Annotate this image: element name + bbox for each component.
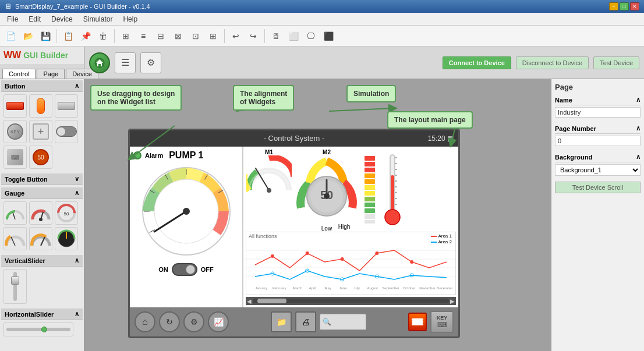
toolbar-monitor1[interactable]: 🖥 xyxy=(268,28,284,44)
svg-rect-33 xyxy=(365,162,375,166)
test-device-scroll-button[interactable]: Test Device Scroll xyxy=(555,182,641,193)
list-button[interactable]: ☰ xyxy=(115,52,136,73)
widget-button-3[interactable] xyxy=(55,94,78,118)
close-button[interactable]: ✕ xyxy=(630,2,639,10)
toggle-button-header[interactable]: Toggle Button ∨ xyxy=(1,173,83,185)
scroll-thumb[interactable] xyxy=(257,299,286,303)
svg-text:March: March xyxy=(293,286,303,290)
menu-edit[interactable]: Edit xyxy=(24,14,45,24)
button-section-header[interactable]: Button ∧ xyxy=(1,80,83,92)
svg-point-65 xyxy=(410,260,413,264)
background-header[interactable]: Background ∧ xyxy=(555,152,641,162)
svg-text:June: June xyxy=(339,286,348,290)
toolbar-redo[interactable]: ↪ xyxy=(245,28,261,44)
gauge-widget-3[interactable]: 50 xyxy=(55,201,78,225)
left-panel: Button ∧ KEY xyxy=(0,79,84,351)
toolbar-align5[interactable]: ⊡ xyxy=(187,28,204,44)
widget-button-5[interactable]: + xyxy=(29,120,52,143)
svg-text:October: October xyxy=(403,286,415,290)
toolbar-paste[interactable]: 📌 xyxy=(77,28,94,44)
background-chevron: ∧ xyxy=(636,153,641,161)
page-number-input[interactable] xyxy=(555,136,641,146)
gauge-widget-2[interactable] xyxy=(29,201,52,225)
tab-control[interactable]: Control xyxy=(2,69,36,79)
svg-rect-41 xyxy=(365,208,375,213)
toolbar-open[interactable]: 📂 xyxy=(20,28,36,44)
horizontal-slider-widget[interactable] xyxy=(3,322,73,336)
home-circle-button[interactable] xyxy=(89,52,110,73)
vertical-slider-section: VerticalSlider ∧ xyxy=(0,254,84,307)
nav-toggle-orange-button[interactable] xyxy=(408,313,427,331)
toolbar-undo[interactable]: ↩ xyxy=(228,28,244,44)
widget-button-2[interactable] xyxy=(29,94,52,118)
disconnect-button[interactable]: Disconnect to Device xyxy=(516,56,589,69)
menu-simulator[interactable]: Simulator xyxy=(79,14,118,24)
nav-print-button[interactable]: 🖨 xyxy=(295,311,316,332)
toolbar-new[interactable]: 📄 xyxy=(2,28,19,44)
toolbar-align1[interactable]: ⊞ xyxy=(118,28,134,44)
toolbar-monitor2[interactable]: ⬜ xyxy=(285,28,302,44)
canvas-area: Use dragging to designon the Widget list… xyxy=(84,79,551,351)
menu-help[interactable]: Help xyxy=(118,14,142,24)
name-header[interactable]: Name ∧ xyxy=(555,95,641,105)
toolbar-save[interactable]: 💾 xyxy=(37,28,54,44)
toolbar-align4[interactable]: ⊠ xyxy=(170,28,186,44)
toggle-button-label: Toggle Button xyxy=(5,176,48,183)
screen-title: - Control System - xyxy=(264,134,325,143)
nav-search-field[interactable]: 🔍 xyxy=(320,314,366,330)
vertical-slider-header[interactable]: VerticalSlider ∧ xyxy=(1,255,83,267)
vertical-slider-widget[interactable] xyxy=(3,269,27,304)
vertical-slider-chevron: ∧ xyxy=(75,257,79,264)
toolbar-monitor3[interactable]: 🖵 xyxy=(303,28,319,44)
nav-settings-button[interactable]: ⚙ xyxy=(183,311,204,332)
widget-button-7[interactable]: ⌨ xyxy=(3,146,27,169)
name-input[interactable] xyxy=(555,107,641,118)
test-device-button[interactable]: Test Device xyxy=(593,56,639,69)
nav-refresh-button[interactable]: ↻ xyxy=(159,311,180,332)
gauge-grid: 50 xyxy=(1,199,83,253)
background-dropdown[interactable]: Background_1 xyxy=(555,164,641,176)
widget-button-4[interactable]: KEY xyxy=(3,120,27,143)
settings-button[interactable]: ⚙ xyxy=(140,52,161,73)
toolbar-monitor4[interactable]: ⬛ xyxy=(320,28,337,44)
nav-home-button[interactable]: ⌂ xyxy=(135,311,155,332)
svg-point-3 xyxy=(39,218,43,221)
menu-device[interactable]: Device xyxy=(47,14,77,24)
menu-file[interactable]: File xyxy=(2,14,23,24)
nav-chart-button[interactable]: 📈 xyxy=(208,311,229,332)
toolbar-align2[interactable]: ≡ xyxy=(135,28,151,44)
tab-page[interactable]: Page xyxy=(37,69,65,79)
maximize-button[interactable]: □ xyxy=(620,2,629,10)
button-section: Button ∧ KEY xyxy=(0,79,84,172)
nav-key-button[interactable]: KEY ⌨ xyxy=(430,311,454,333)
connect-to-device-button[interactable]: Connect to Device xyxy=(443,56,511,69)
legend-area1: Area 1 xyxy=(438,233,452,239)
toolbar-copy[interactable]: 📋 xyxy=(60,28,76,44)
gauge-widget-6[interactable] xyxy=(55,227,78,250)
page-number-header[interactable]: Page Number ∧ xyxy=(555,123,641,134)
gauge-section-header[interactable]: Gauge ∧ xyxy=(1,187,83,199)
gauge-widget-1[interactable] xyxy=(3,201,27,225)
svg-rect-38 xyxy=(365,191,375,196)
svg-rect-42 xyxy=(365,214,375,219)
toolbar-align3[interactable]: ⊟ xyxy=(153,28,169,44)
name-label: Name xyxy=(555,97,572,104)
nav-folder-button[interactable]: 📁 xyxy=(271,311,292,332)
off-label: OFF xyxy=(201,266,214,273)
minimize-button[interactable]: − xyxy=(609,2,618,10)
widget-button-8[interactable]: 50 xyxy=(29,146,52,169)
toolbar-delete[interactable]: 🗑 xyxy=(95,28,111,44)
toolbar-align6[interactable]: ⊞ xyxy=(205,28,221,44)
svg-text:April: April xyxy=(309,286,316,290)
thermometer xyxy=(382,152,403,228)
widget-button-6[interactable] xyxy=(55,120,78,143)
gauge-widget-5[interactable] xyxy=(29,227,52,250)
scroll-right-arrow[interactable]: ▶ xyxy=(450,298,455,304)
widget-button-1[interactable] xyxy=(3,94,27,118)
gauge-widget-4[interactable] xyxy=(3,227,27,250)
horizontal-slider-header[interactable]: HorizontalSlider ∧ xyxy=(1,309,83,320)
toggle-switch[interactable] xyxy=(172,263,197,276)
scroll-left-arrow[interactable]: ◀ xyxy=(247,298,252,304)
svg-text:February: February xyxy=(273,286,286,290)
horizontal-slider-section: HorizontalSlider ∧ xyxy=(0,307,84,340)
